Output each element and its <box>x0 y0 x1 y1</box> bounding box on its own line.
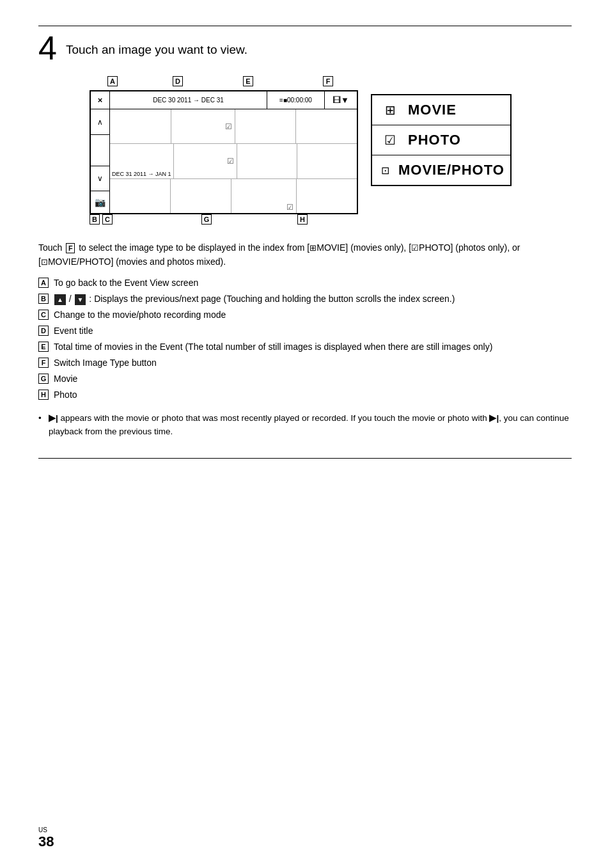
cam-cell-1-2: ☑ <box>171 109 235 143</box>
popup-movie-photo[interactable]: ⊡ MOVIE/PHOTO <box>372 155 510 185</box>
camera-screen: × DEC 30 2011 → DEC 31 ≡■00:00:00 🎞▼ ∧ ∨… <box>90 90 358 214</box>
legend-key-F: F <box>38 358 49 368</box>
label-E-top: E <box>243 76 253 86</box>
step-header: 4 Touch an image you want to view. <box>38 38 572 65</box>
legend-item-B: B ▲ / ▼ : Displays the previous/next pag… <box>38 292 572 306</box>
bottom-rule <box>38 458 572 459</box>
legend-item-H: H Photo <box>38 388 572 402</box>
legend-item-E: E Total time of movies in the Event (The… <box>38 340 572 354</box>
legend-text-A: To go back to the Event View screen <box>54 276 198 290</box>
cam-row-1: ☑ <box>110 109 357 144</box>
bot-labels-row: B C G H <box>90 214 358 228</box>
cam-content: ☑ DEC 31 2011 → JAN 1 ☑ <box>110 109 357 213</box>
label-A-top: A <box>107 76 118 86</box>
legend-text-B: ▲ / ▼ : Displays the previous/next page … <box>54 292 455 306</box>
legend-item-A: A To go back to the Event View screen <box>38 276 572 290</box>
legend-text-E: Total time of movies in the Event (The t… <box>54 340 492 354</box>
legend-item-C: C Change to the movie/photo recording mo… <box>38 308 572 322</box>
cam-topbar: × DEC 30 2011 → DEC 31 ≡■00:00:00 🎞▼ <box>91 91 357 109</box>
cam-next-btn[interactable]: ∨ <box>91 166 109 191</box>
cam-row-3: ☑ <box>110 179 357 213</box>
cam-cell-1-4 <box>296 109 357 143</box>
cam-date-label-2: DEC 31 2011 → JAN 1 <box>110 144 174 178</box>
cam-date-range: DEC 30 2011 → DEC 31 <box>110 91 267 109</box>
body-text-main: Touch F to select the image type to be d… <box>38 241 572 269</box>
cam-left-buttons: ∧ ∨ 📷 <box>91 109 110 213</box>
page: 4 Touch an image you want to view. A D E… <box>0 0 610 868</box>
movie-label: MOVIE <box>408 102 457 118</box>
legend-text-F: Switch Image Type button <box>54 356 157 370</box>
label-C-bot: C <box>102 214 113 225</box>
cam-cell-1-3 <box>235 109 297 143</box>
cam-total-time: ≡■00:00:00 <box>267 91 325 109</box>
cam-spacer <box>91 135 109 166</box>
label-H-bot: H <box>297 214 308 225</box>
legend-key-H: H <box>38 390 49 400</box>
cam-mode-btn[interactable]: 📷 <box>91 191 109 213</box>
legend-item-D: D Event title <box>38 324 572 338</box>
popup-movie[interactable]: ⊞ MOVIE <box>372 95 510 125</box>
popup-photo[interactable]: ☑ PHOTO <box>372 125 510 155</box>
legend-item-G: G Movie <box>38 372 572 386</box>
cam-cell-1-1 <box>110 109 171 143</box>
movie-photo-label: MOVIE/PHOTO <box>398 162 504 178</box>
label-F-top: F <box>323 76 333 86</box>
cam-prev-btn[interactable]: ∧ <box>91 109 109 135</box>
movie-icon: ⊞ <box>381 102 399 118</box>
cam-cell-3-3: ☑ <box>231 179 297 213</box>
legend-list: A To go back to the Event View screen B … <box>38 276 572 402</box>
cam-close-btn[interactable]: × <box>91 91 110 109</box>
cam-cell-3-2 <box>171 179 231 213</box>
camera-screen-outer: × DEC 30 2011 → DEC 31 ≡■00:00:00 🎞▼ ∧ ∨… <box>90 90 358 214</box>
legend-text-D: Event title <box>54 324 93 338</box>
bullet-note: ▶| appears with the movie or photo that … <box>38 412 572 439</box>
legend-text-H: Photo <box>54 388 77 402</box>
legend-text-C: Change to the movie/photo recording mode <box>54 308 226 322</box>
photo-label: PHOTO <box>408 132 461 148</box>
top-labels-row: A D E F <box>90 76 358 90</box>
cam-cell-2-4 <box>297 144 357 178</box>
cam-cell-3-4 <box>297 179 357 213</box>
down-arrow-btn: ▼ <box>75 294 86 305</box>
movie-photo-icon: ⊡ <box>381 164 389 177</box>
legend-key-E: E <box>38 342 49 352</box>
step-number: 4 <box>38 31 57 65</box>
legend-key-D: D <box>38 326 49 336</box>
page-number: 38 <box>38 833 54 850</box>
diagram-wrapper: A D E F × DEC 30 2011 → DEC 31 ≡■00:00:0… <box>90 76 358 228</box>
legend-key-C: C <box>38 310 49 320</box>
step-title: Touch an image you want to view. <box>66 43 247 57</box>
top-rule <box>38 26 572 26</box>
inline-label-F: F <box>66 243 75 253</box>
cam-row-2: DEC 31 2011 → JAN 1 ☑ <box>110 144 357 178</box>
diagram-area: A D E F × DEC 30 2011 → DEC 31 ≡■00:00:0… <box>90 76 572 228</box>
cam-cell-3-1 <box>110 179 171 213</box>
label-B-bot: B <box>90 214 100 225</box>
legend-item-F: F Switch Image Type button <box>38 356 572 370</box>
legend-key-A: A <box>38 278 49 288</box>
label-G-bot: G <box>201 214 212 225</box>
page-locale: US <box>38 826 47 833</box>
cam-cell-2-2: ☑ <box>174 144 237 178</box>
photo-icon: ☑ <box>381 132 399 148</box>
legend-text-G: Movie <box>54 372 77 386</box>
page-number-area: US 38 <box>38 826 54 850</box>
cam-cell-2-3 <box>237 144 297 178</box>
label-D-top: D <box>173 76 183 86</box>
cam-type-btn[interactable]: 🎞▼ <box>325 91 357 109</box>
up-arrow-btn: ▲ <box>54 294 66 305</box>
legend-key-G: G <box>38 374 49 384</box>
legend-key-B: B <box>38 294 49 304</box>
popup-menu: ⊞ MOVIE ☑ PHOTO ⊡ MOVIE/PHOTO <box>371 94 512 186</box>
